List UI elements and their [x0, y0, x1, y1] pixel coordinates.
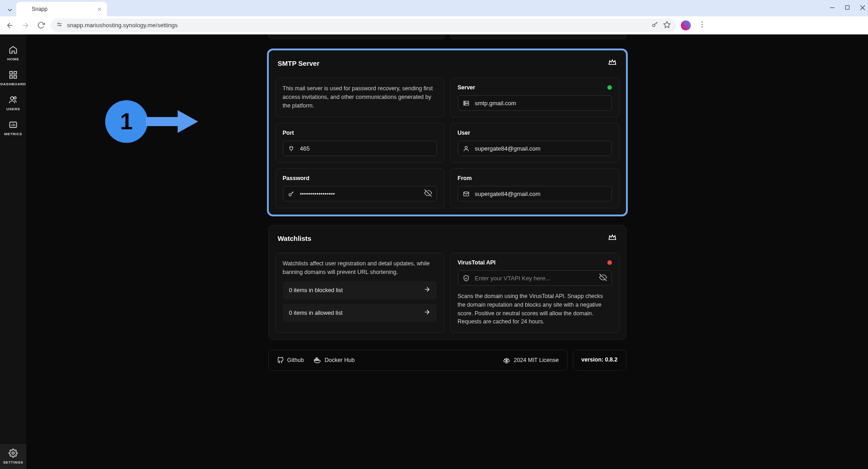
crown-icon	[608, 58, 617, 68]
plug-icon	[288, 145, 295, 152]
svg-point-37	[465, 146, 467, 148]
svg-point-12	[653, 24, 655, 26]
sidebar-item-home[interactable]: HOME	[0, 41, 26, 66]
annotation-number: 1	[120, 108, 133, 135]
sidebar-item-label: HOME	[7, 57, 19, 61]
smtp-user-cell: User	[450, 123, 620, 163]
github-link[interactable]: Github	[277, 357, 304, 364]
blocked-list-label: 0 items in blocked list	[289, 287, 343, 293]
sidebar-item-users[interactable]: USERS	[0, 91, 26, 116]
field-label: From	[458, 175, 612, 181]
password-input-wrap[interactable]	[283, 186, 437, 201]
svg-marker-32	[178, 110, 198, 133]
link-label: Docker Hub	[325, 357, 354, 363]
watchlists-info-cell: Watchlists affect user registration and …	[275, 253, 445, 333]
user-input-wrap[interactable]	[458, 141, 612, 156]
sidebar-item-label: USERS	[6, 107, 20, 111]
browser-toolbar: snapp.mariushosting.synology.me/settings	[0, 16, 868, 34]
vtapi-description: Scans the domain using the VirusTotal AP…	[458, 292, 612, 326]
field-label: Port	[283, 130, 437, 136]
sidebar-item-label: METRICS	[4, 132, 22, 136]
svg-rect-20	[10, 72, 13, 74]
server-input-wrap[interactable]	[458, 95, 612, 111]
svg-point-30	[12, 452, 15, 454]
window-minimize-icon[interactable]	[829, 5, 835, 12]
svg-point-11	[60, 25, 61, 26]
smtp-password-cell: Password	[275, 168, 445, 208]
user-input[interactable]	[475, 145, 607, 152]
bookmark-star-icon[interactable]	[663, 21, 671, 30]
metrics-icon	[9, 120, 18, 129]
sidebar-item-dashboard[interactable]: DASHBOARD	[0, 66, 26, 91]
smtp-info-cell: This mail server is used for password re…	[275, 78, 445, 117]
license-text: 2024 MIT License	[514, 357, 558, 363]
svg-point-24	[10, 97, 14, 100]
smtp-from-cell: From	[450, 168, 620, 208]
github-icon	[277, 357, 284, 364]
eye-toggle-icon[interactable]	[424, 189, 432, 199]
field-label: VirusTotal API	[458, 259, 496, 266]
smtp-port-cell: Port	[275, 123, 445, 163]
svg-point-38	[289, 193, 291, 195]
svg-rect-31	[146, 117, 178, 126]
arrow-right-icon	[423, 286, 431, 294]
browser-tab[interactable]: Snapp	[16, 2, 107, 16]
port-input[interactable]	[300, 145, 432, 152]
watchlists-info-text: Watchlists affect user registration and …	[283, 259, 437, 277]
nav-forward-button[interactable]	[20, 20, 31, 31]
mail-icon	[463, 191, 470, 197]
smtp-server-cell: Server	[450, 78, 620, 117]
server-input[interactable]	[475, 100, 607, 107]
vtapi-input-wrap[interactable]	[458, 270, 612, 286]
arrow-right-icon	[423, 308, 431, 317]
docker-link[interactable]: Docker Hub	[314, 357, 354, 364]
browser-tabstrip: Snapp	[0, 0, 868, 16]
from-input[interactable]	[475, 191, 607, 197]
site-settings-icon[interactable]	[56, 21, 63, 29]
annotation-marker: 1	[105, 100, 200, 143]
window-close-icon[interactable]	[860, 5, 865, 12]
nav-back-button[interactable]	[5, 20, 15, 31]
tab-dropdown[interactable]	[4, 4, 16, 16]
smtp-server-card: SMTP Server This mail server is used for…	[268, 50, 626, 215]
from-input-wrap[interactable]	[458, 186, 612, 201]
svg-line-40	[293, 192, 293, 192]
svg-point-17	[702, 21, 703, 22]
nav-reload-button[interactable]	[35, 20, 46, 31]
svg-point-18	[702, 24, 703, 24]
svg-rect-23	[14, 76, 17, 78]
address-bar[interactable]: snapp.mariushosting.synology.me/settings	[51, 19, 676, 32]
svg-line-41	[292, 193, 292, 193]
field-label: Server	[458, 84, 475, 91]
window-maximize-icon[interactable]	[845, 5, 850, 11]
card-title: Watchlists	[278, 234, 311, 242]
favicon	[21, 5, 28, 13]
sidebar-item-label: DASHBOARD	[0, 82, 26, 86]
tab-close-icon[interactable]	[96, 6, 102, 12]
browser-menu-icon[interactable]	[698, 20, 706, 30]
sidebar-item-metrics[interactable]: METRICS	[0, 116, 26, 141]
status-dot-green	[607, 85, 612, 90]
password-key-icon[interactable]	[651, 21, 659, 29]
allowed-list-label: 0 items in allowed list	[289, 310, 343, 316]
vtapi-input[interactable]	[475, 275, 594, 282]
footer-row: Github Docker Hub 2024 MIT License	[268, 350, 626, 371]
allowed-list-link[interactable]: 0 items in allowed list	[283, 304, 437, 322]
svg-line-13	[655, 22, 657, 24]
blocked-list-link[interactable]: 0 items in blocked list	[283, 281, 437, 299]
svg-rect-21	[14, 72, 17, 74]
field-label: Password	[283, 175, 437, 181]
user-icon	[463, 145, 470, 152]
field-label: User	[458, 130, 612, 136]
card-title: SMTP Server	[278, 59, 320, 67]
password-input[interactable]	[300, 191, 419, 197]
footer-links-card: Github Docker Hub 2024 MIT License	[268, 350, 567, 371]
port-input-wrap[interactable]	[283, 141, 437, 156]
profile-avatar[interactable]	[681, 20, 691, 30]
sidebar-item-settings[interactable]: SETTINGS	[0, 444, 26, 469]
annotation-arrow-icon	[146, 106, 200, 137]
link-label: Github	[287, 357, 304, 363]
svg-point-25	[14, 97, 16, 99]
eye-toggle-icon[interactable]	[599, 274, 607, 283]
status-dot-red	[607, 260, 612, 265]
